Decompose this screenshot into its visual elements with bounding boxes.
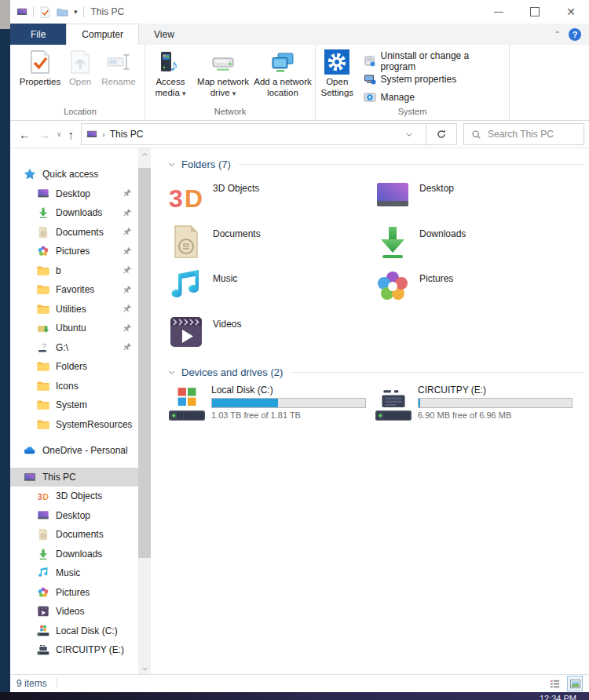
- tile-local-disk-c[interactable]: Local Disk (C:) 1.03 TB free of 1.81 TB: [167, 385, 374, 430]
- refresh-icon: [436, 129, 447, 140]
- sidebar-item-desktop-qa[interactable]: Desktop: [10, 184, 138, 204]
- tile-circuitpy-e[interactable]: CIRCUITPY (E:) 6.90 MB free of 6.96 MB: [374, 385, 580, 430]
- sidebar-item-videos[interactable]: Videos: [10, 602, 138, 622]
- new-folder-qat-icon[interactable]: [57, 6, 68, 18]
- open-settings-button[interactable]: Open Settings: [317, 48, 357, 99]
- sidebar-item-utilities[interactable]: Utilities: [10, 300, 138, 319]
- map-network-drive-icon: [210, 49, 236, 75]
- section-rule: [291, 372, 584, 373]
- sidebar-item-quick-access[interactable]: Quick access: [10, 165, 138, 184]
- navigation-pane: Quick access Desktop Downloads Documents…: [10, 148, 138, 674]
- uninstall-icon: [364, 55, 376, 67]
- sidebar-item-pictures[interactable]: Pictures: [10, 583, 138, 603]
- access-media-icon: [158, 49, 183, 75]
- details-view-icon: [549, 678, 561, 690]
- folder-icon: [37, 360, 49, 373]
- sidebar-item-onedrive[interactable]: OneDrive - Personal: [10, 441, 138, 461]
- tile-documents[interactable]: Documents: [167, 223, 374, 268]
- sidebar-item-3d-objects[interactable]: 3D Objects: [10, 487, 138, 506]
- scroll-up-icon[interactable]: [138, 148, 151, 159]
- minimize-button[interactable]: [481, 0, 517, 24]
- scrollbar-thumb[interactable]: [138, 168, 151, 558]
- devices-section-header[interactable]: Devices and drives (2): [167, 366, 584, 378]
- sidebar-item-documents[interactable]: Documents: [10, 525, 138, 545]
- address-dropdown-icon[interactable]: [393, 130, 426, 139]
- downloads-icon: [37, 206, 49, 219]
- search-input[interactable]: [486, 128, 584, 140]
- rename-button: Rename: [97, 48, 140, 88]
- local-disk-icon: [167, 385, 207, 425]
- tile-3d-objects[interactable]: 3D Objects: [167, 177, 374, 223]
- sidebar-item-documents-qa[interactable]: Documents: [10, 223, 138, 242]
- pin-icon: [122, 246, 132, 257]
- folders-section-header[interactable]: Folders (7): [167, 159, 584, 170]
- maximize-button[interactable]: [517, 0, 553, 24]
- folder-icon: [37, 283, 49, 296]
- large-icons-view-button[interactable]: [567, 676, 583, 691]
- properties-qat-icon[interactable]: [39, 6, 51, 18]
- up-button[interactable]: ↑: [64, 128, 79, 141]
- sidebar-item-systemresources[interactable]: SystemResources: [10, 415, 138, 435]
- removable-drive-icon: [37, 643, 49, 656]
- scrollbar[interactable]: [138, 148, 151, 674]
- sidebar-item-b[interactable]: b: [10, 261, 138, 281]
- scroll-down-icon[interactable]: [138, 663, 151, 674]
- details-view-button[interactable]: [547, 676, 562, 691]
- properties-icon: [27, 49, 53, 75]
- sidebar-item-downloads[interactable]: Downloads: [10, 545, 138, 564]
- sidebar-item-local-disk[interactable]: Local Disk (C:): [10, 622, 138, 641]
- sidebar-item-this-pc[interactable]: This PC: [10, 468, 138, 487]
- collapse-section-icon[interactable]: [167, 160, 176, 169]
- system-properties-button[interactable]: System properties: [364, 70, 503, 88]
- folder-tiles: 3D Objects Desktop Documents Downloads M…: [167, 177, 584, 358]
- breadcrumb[interactable]: This PC: [110, 129, 144, 140]
- add-network-location-button[interactable]: Add a network location: [252, 48, 313, 99]
- ribbon: Properties Open Rename Location Access m: [10, 45, 589, 121]
- pictures-icon: [374, 268, 412, 305]
- help-button[interactable]: ?: [569, 28, 581, 41]
- tab-view[interactable]: View: [139, 24, 189, 45]
- tile-pictures[interactable]: Pictures: [374, 268, 580, 313]
- sidebar-item-ubuntu[interactable]: Ubuntu: [10, 319, 138, 338]
- sidebar-item-g-drive[interactable]: G:\: [10, 338, 138, 358]
- desktop-background: [0, 29, 10, 692]
- sidebar-item-downloads-qa[interactable]: Downloads: [10, 203, 138, 223]
- forward-button: →: [35, 128, 54, 141]
- uninstall-program-button[interactable]: Uninstall or change a program: [364, 52, 503, 70]
- back-button[interactable]: ←: [15, 128, 35, 141]
- address-box[interactable]: › This PC: [81, 123, 426, 145]
- tile-music[interactable]: Music: [167, 268, 374, 313]
- sidebar-item-favorites[interactable]: Favorites: [10, 280, 138, 300]
- sidebar-item-music[interactable]: Music: [10, 563, 138, 583]
- tab-file[interactable]: File: [10, 24, 66, 45]
- tab-computer[interactable]: Computer: [66, 24, 139, 45]
- 3d-objects-icon: [37, 490, 49, 502]
- sidebar-item-folders[interactable]: Folders: [10, 357, 138, 377]
- collapse-section-icon[interactable]: [167, 368, 176, 377]
- customize-toolbar-dropdown-icon[interactable]: ▾: [74, 8, 78, 16]
- access-media-button[interactable]: Access media ▾: [147, 48, 194, 99]
- refresh-button[interactable]: [426, 123, 457, 145]
- close-button[interactable]: ✕: [553, 0, 589, 24]
- breadcrumb-chevron-icon[interactable]: ›: [97, 129, 110, 139]
- quick-access-toolbar: ▾: [39, 6, 78, 18]
- removable-drive-icon: [374, 385, 413, 425]
- search-box[interactable]: [463, 123, 584, 145]
- folder-icon: [37, 303, 49, 315]
- tile-videos[interactable]: Videos: [167, 313, 374, 359]
- pin-icon: [122, 265, 132, 275]
- map-network-drive-button[interactable]: Map network drive ▾: [194, 48, 252, 99]
- taskbar[interactable]: 12:34 PM: [0, 692, 589, 700]
- sidebar-item-icons[interactable]: Icons: [10, 377, 138, 396]
- sidebar-item-pictures-qa[interactable]: Pictures: [10, 242, 138, 261]
- file-explorer-window: ▾ This PC ✕ File Computer View ⌃ ? Prope…: [10, 0, 589, 692]
- collapse-ribbon-icon[interactable]: ⌃: [554, 30, 561, 38]
- tile-desktop[interactable]: Desktop: [374, 177, 580, 223]
- tile-downloads[interactable]: Downloads: [374, 223, 580, 268]
- manage-button[interactable]: Manage: [364, 88, 503, 106]
- sidebar-item-system[interactable]: System: [10, 396, 138, 415]
- properties-button[interactable]: Properties: [17, 48, 63, 88]
- sidebar-item-circuitpy[interactable]: CIRCUITPY (E:): [10, 640, 138, 660]
- sidebar-item-desktop[interactable]: Desktop: [10, 506, 138, 526]
- recent-locations-dropdown-icon[interactable]: ∨: [54, 130, 64, 138]
